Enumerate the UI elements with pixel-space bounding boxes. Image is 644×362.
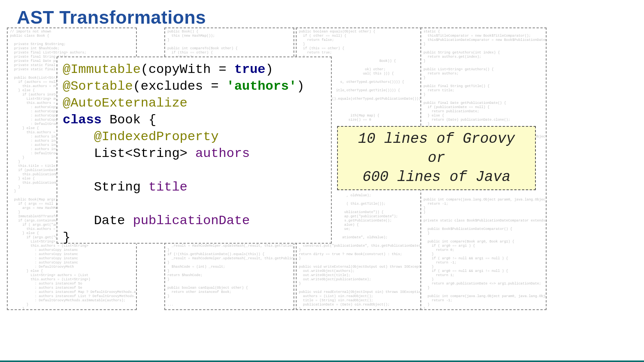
footer-bar [0, 360, 644, 362]
page-title: AST Transformations [17, 7, 206, 28]
field-publicationdate: publicationDate [133, 213, 250, 228]
class-keyword: class [63, 113, 102, 127]
anno-autoext: @AutoExternalize [63, 96, 187, 110]
groovy-code-box: @Immutable(copyWith = true) @Sortable(ex… [57, 57, 332, 244]
callout-line-1: 10 lines of Groovy [358, 129, 515, 149]
anno-immutable: @Immutable [63, 62, 141, 77]
anno-indexed: @IndexedProperty [94, 129, 219, 144]
anno-sortable: @Sortable [63, 79, 133, 94]
callout-line-3: 600 lines of Java [362, 168, 511, 187]
field-title: title [148, 180, 187, 194]
callout-line-2: or [428, 149, 445, 168]
field-authors: authors [195, 146, 250, 161]
comparison-callout: 10 lines of Groovy or 600 lines of Java [337, 126, 536, 190]
